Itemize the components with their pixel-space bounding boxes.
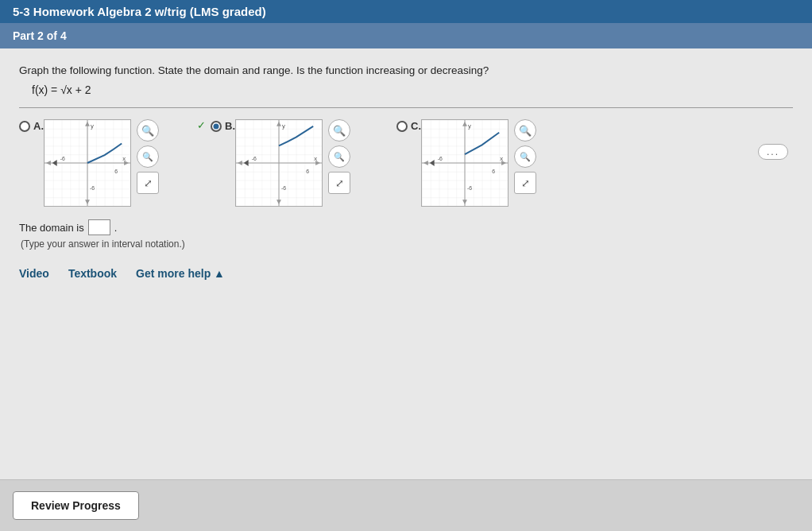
svg-text:-6: -6 xyxy=(60,156,65,161)
option-b-check: ✓ xyxy=(197,119,206,131)
svg-text:6: 6 xyxy=(306,169,309,174)
part-bar: Part 2 of 4 xyxy=(0,23,812,48)
radio-c[interactable] xyxy=(396,121,408,132)
graph-c-zoom-in[interactable]: 🔍 xyxy=(514,119,536,141)
svg-text:6: 6 xyxy=(492,169,495,174)
option-a-radio[interactable]: A. xyxy=(19,119,44,132)
svg-text:-6: -6 xyxy=(252,156,257,161)
graph-b: y x -6 6 -6 xyxy=(235,119,323,207)
option-b-area: ✓ B. xyxy=(197,119,350,207)
svg-text:x: x xyxy=(122,155,126,162)
review-progress-button[interactable]: Review Progress xyxy=(13,491,139,520)
video-link[interactable]: Video xyxy=(19,267,49,280)
domain-label: The domain is xyxy=(19,222,84,234)
content-area: Graph the following function. State the … xyxy=(0,48,812,479)
graph-c-zoom-out[interactable]: 🔍 xyxy=(514,145,536,168)
textbook-link[interactable]: Textbook xyxy=(68,267,117,280)
graph-b-zoom-in[interactable]: 🔍 xyxy=(328,119,350,141)
graph-b-expand[interactable]: ⤢ xyxy=(328,172,350,194)
svg-text:y: y xyxy=(282,122,285,130)
page-title: 5-3 Homework Algebra 2 w/trig (LMS grade… xyxy=(13,5,266,18)
option-a-area: A. xyxy=(19,119,159,207)
function-expression: f(x) = √x + 2 xyxy=(32,83,793,96)
answers-row: A. xyxy=(19,119,793,207)
option-a-label: A. xyxy=(33,120,44,132)
graph-a-expand[interactable]: ⤢ xyxy=(137,172,159,194)
more-options-button[interactable]: ... xyxy=(758,144,788,160)
graph-a: y x -6 6 -6 xyxy=(44,119,131,207)
graph-b-zoom-out[interactable]: 🔍 xyxy=(328,145,350,168)
graph-c-wrapper: y x -6 6 -6 🔍 🔍 ⤢ xyxy=(421,119,536,207)
footer-bar: Review Progress xyxy=(0,479,812,531)
option-b-label: B. xyxy=(225,120,235,132)
option-c-area: C. xyxy=(396,119,536,207)
svg-text:-6: -6 xyxy=(438,156,443,161)
svg-text:-6: -6 xyxy=(281,186,286,192)
svg-text:6: 6 xyxy=(114,169,118,174)
svg-text:-6: -6 xyxy=(467,186,472,192)
main-container: 5-3 Homework Algebra 2 w/trig (LMS grade… xyxy=(0,0,812,531)
svg-text:x: x xyxy=(500,155,503,162)
graph-a-wrapper: y x -6 6 -6 🔍 🔍 xyxy=(44,119,159,207)
svg-text:-6: -6 xyxy=(90,186,95,192)
graph-c-expand[interactable]: ⤢ xyxy=(514,172,536,194)
domain-period: . xyxy=(114,222,118,234)
svg-text:x: x xyxy=(314,155,317,162)
option-c-radio[interactable]: C. xyxy=(396,119,421,132)
radio-b[interactable] xyxy=(211,121,222,132)
option-b-radio[interactable]: ✓ B. xyxy=(197,119,235,132)
domain-row: The domain is . xyxy=(19,219,793,235)
graph-a-controls: 🔍 🔍 ⤢ xyxy=(137,119,159,194)
title-bar: 5-3 Homework Algebra 2 w/trig (LMS grade… xyxy=(0,0,812,23)
radio-a[interactable] xyxy=(19,121,30,132)
part-label: Part 2 of 4 xyxy=(13,29,67,42)
divider xyxy=(19,107,793,108)
interval-note: (Type your answer in interval notation.) xyxy=(21,238,793,250)
get-more-help-link[interactable]: Get more help ▲ xyxy=(136,267,225,280)
svg-text:y: y xyxy=(91,122,94,130)
domain-input[interactable] xyxy=(88,219,110,235)
question-text: Graph the following function. State the … xyxy=(19,63,793,79)
graph-a-zoom-out[interactable]: 🔍 xyxy=(137,145,159,168)
graph-b-controls: 🔍 🔍 ⤢ xyxy=(328,119,350,194)
graph-c: y x -6 6 -6 xyxy=(421,119,508,207)
option-c-label: C. xyxy=(411,120,421,132)
graph-a-zoom-in[interactable]: 🔍 xyxy=(137,119,159,141)
svg-text:y: y xyxy=(468,122,471,130)
bottom-links: Video Textbook Get more help ▲ xyxy=(19,267,793,280)
graph-c-controls: 🔍 🔍 ⤢ xyxy=(514,119,536,194)
graph-b-wrapper: y x -6 6 -6 🔍 🔍 ⤢ xyxy=(235,119,350,207)
